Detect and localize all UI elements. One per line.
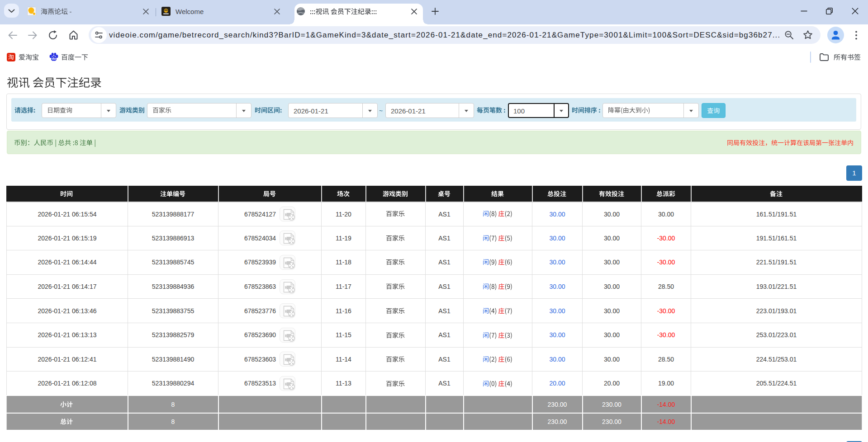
svg-text:du: du	[52, 56, 56, 61]
